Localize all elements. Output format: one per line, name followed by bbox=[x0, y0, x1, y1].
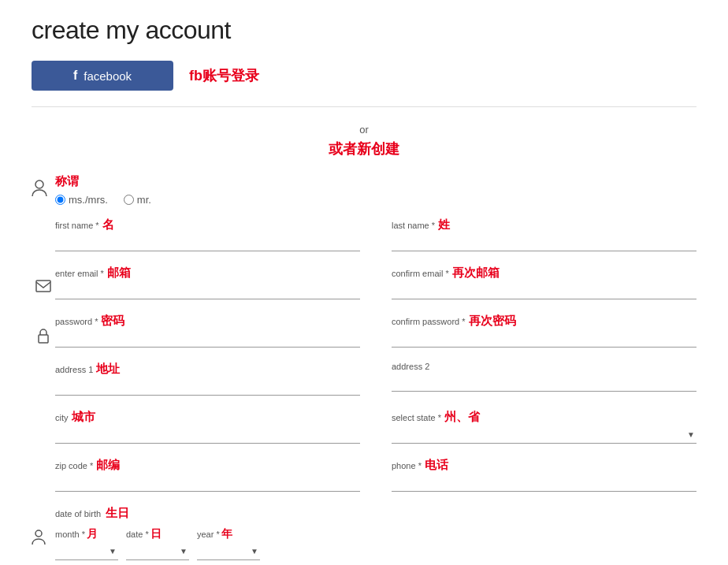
facebook-icon: f bbox=[73, 69, 77, 83]
dob-row: date of birth 生日 month * 月 12 34 bbox=[32, 506, 696, 560]
confirm-email-chinese: 再次邮箱 bbox=[452, 266, 500, 281]
city-chinese: 城市 bbox=[72, 410, 95, 425]
or-section: or bbox=[32, 123, 696, 136]
password-input[interactable] bbox=[55, 329, 360, 348]
salutation-female-option[interactable]: ms./mrs. bbox=[55, 194, 108, 206]
password-chinese: 密码 bbox=[101, 314, 124, 329]
facebook-login-button[interactable]: f facebook bbox=[32, 61, 173, 91]
year-field: year * 年 ▼ bbox=[197, 527, 260, 560]
salutation-male-radio[interactable] bbox=[124, 195, 134, 205]
date-label-row: date * 日 bbox=[126, 527, 162, 541]
email-icon bbox=[32, 266, 55, 292]
email-chinese: 邮箱 bbox=[107, 266, 131, 281]
address1-chinese: 地址 bbox=[96, 362, 120, 377]
phone-label-row: phone * 电话 bbox=[392, 458, 696, 473]
first-name-group: first name * 名 bbox=[55, 217, 360, 251]
first-name-label: first name * bbox=[55, 221, 99, 230]
city-state-fields: city 城市 select state * 州、省 ▼ bbox=[55, 410, 696, 444]
salutation-male-option[interactable]: mr. bbox=[124, 194, 151, 206]
last-name-input[interactable] bbox=[392, 232, 696, 251]
first-name-input[interactable] bbox=[55, 232, 360, 251]
salutation-options: ms./mrs. mr. bbox=[55, 194, 151, 206]
confirm-email-input[interactable] bbox=[392, 281, 696, 299]
phone-input[interactable] bbox=[392, 473, 696, 492]
phone-chinese: 电话 bbox=[425, 458, 448, 473]
last-name-label: last name * bbox=[392, 221, 435, 230]
password-fields: password * 密码 confirm password * 再次密码 bbox=[55, 314, 696, 348]
state-label: select state * bbox=[392, 413, 441, 422]
password-row: password * 密码 confirm password * 再次密码 bbox=[32, 314, 696, 348]
salutation-male-label: mr. bbox=[137, 194, 151, 206]
zip-group: zip code * 邮编 bbox=[55, 458, 360, 492]
zip-phone-icon bbox=[32, 458, 55, 472]
city-state-row: city 城市 select state * 州、省 ▼ bbox=[32, 410, 696, 444]
state-chinese: 州、省 bbox=[444, 410, 480, 425]
city-input[interactable] bbox=[55, 425, 360, 444]
dob-chinese: 生日 bbox=[106, 506, 129, 521]
last-name-chinese: 姓 bbox=[438, 217, 450, 232]
zip-phone-fields: zip code * 邮编 phone * 电话 bbox=[55, 458, 696, 492]
state-select[interactable] bbox=[392, 425, 696, 444]
lock-icon bbox=[32, 314, 55, 344]
date-label: date * bbox=[126, 530, 149, 539]
page-title: create my account bbox=[32, 16, 696, 45]
svg-point-0 bbox=[35, 180, 43, 188]
year-label: year * bbox=[197, 530, 220, 539]
address1-group: address 1 地址 bbox=[55, 362, 360, 396]
facebook-section: f facebook fb账号登录 bbox=[32, 61, 696, 107]
date-select[interactable] bbox=[126, 541, 189, 560]
dob-selects: month * 月 12 34 56 78 910 1112 bbox=[55, 527, 696, 560]
month-label: month * bbox=[55, 530, 85, 539]
address1-label-row: address 1 地址 bbox=[55, 362, 360, 377]
address1-label: address 1 bbox=[55, 365, 93, 374]
year-select[interactable] bbox=[197, 541, 260, 560]
address-fields: address 1 地址 address 2 bbox=[55, 362, 696, 396]
city-group: city 城市 bbox=[55, 410, 360, 444]
or-create-label: 或者新创建 bbox=[32, 139, 696, 158]
zip-input[interactable] bbox=[55, 473, 360, 492]
svg-rect-1 bbox=[36, 281, 50, 292]
salutation-female-radio[interactable] bbox=[55, 195, 65, 205]
zip-label-row: zip code * 邮编 bbox=[55, 458, 360, 473]
address1-input[interactable] bbox=[55, 377, 360, 396]
month-field: month * 月 12 34 56 78 910 1112 bbox=[55, 527, 118, 560]
password-label: password * bbox=[55, 317, 98, 326]
salutation-female-label: ms./mrs. bbox=[69, 194, 108, 206]
year-chinese: 年 bbox=[221, 527, 232, 541]
date-select-wrapper: ▼ bbox=[126, 541, 189, 560]
email-label-row: enter email * 邮箱 bbox=[55, 266, 360, 281]
address2-label-row: address 2 bbox=[392, 362, 696, 373]
password-group: password * 密码 bbox=[55, 314, 360, 348]
date-field: date * 日 ▼ bbox=[126, 527, 189, 560]
last-name-label-row: last name * 姓 bbox=[392, 217, 696, 232]
zip-chinese: 邮编 bbox=[96, 458, 120, 473]
address2-input[interactable] bbox=[392, 373, 696, 392]
dob-label-row: date of birth 生日 bbox=[55, 506, 696, 521]
confirm-email-label: confirm email * bbox=[392, 269, 449, 278]
email-input[interactable] bbox=[55, 281, 360, 299]
state-group: select state * 州、省 ▼ bbox=[392, 410, 696, 444]
state-label-row: select state * 州、省 bbox=[392, 410, 696, 425]
confirm-password-label-row: confirm password * 再次密码 bbox=[392, 314, 696, 329]
month-select[interactable]: 12 34 56 78 910 1112 bbox=[55, 541, 118, 560]
confirm-email-group: confirm email * 再次邮箱 bbox=[392, 266, 696, 299]
salutation-label-top: 称谓 bbox=[55, 174, 151, 189]
confirm-password-label: confirm password * bbox=[392, 317, 466, 326]
or-text: or bbox=[359, 124, 369, 136]
name-fields: first name * 名 last name * 姓 bbox=[55, 217, 696, 251]
city-state-icon bbox=[32, 410, 55, 424]
confirm-password-input[interactable] bbox=[392, 329, 696, 348]
email-group: enter email * 邮箱 bbox=[55, 266, 360, 299]
last-name-group: last name * 姓 bbox=[392, 217, 696, 251]
city-label: city bbox=[55, 413, 69, 422]
phone-label: phone * bbox=[392, 461, 422, 470]
svg-rect-2 bbox=[39, 335, 48, 343]
registration-form: 称谓 ms./mrs. mr. first name * 名 bbox=[32, 174, 696, 560]
name-row: first name * 名 last name * 姓 bbox=[32, 217, 696, 251]
city-label-row: city 城市 bbox=[55, 410, 360, 425]
dob-content: date of birth 生日 month * 月 12 34 bbox=[55, 506, 696, 560]
first-name-label-row: first name * 名 bbox=[55, 217, 360, 232]
state-select-wrapper: ▼ bbox=[392, 425, 696, 444]
confirm-password-chinese: 再次密码 bbox=[469, 314, 516, 329]
confirm-email-label-row: confirm email * 再次邮箱 bbox=[392, 266, 696, 281]
